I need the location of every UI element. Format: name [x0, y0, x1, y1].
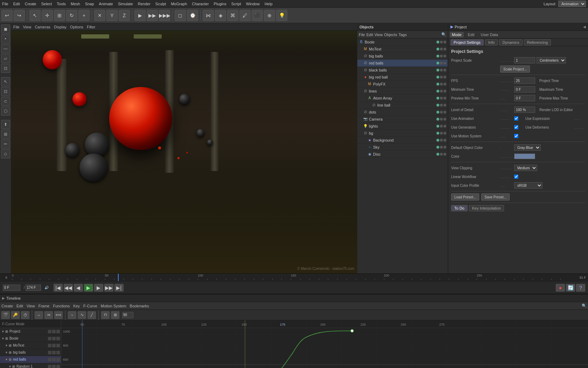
tl-scale-btn[interactable]: ⇔ — [44, 311, 53, 319]
step-fwd-btn[interactable]: ▶ — [94, 284, 103, 292]
menu-sculpt[interactable]: Sculpt — [155, 2, 166, 6]
obj-item-lights[interactable]: 💡lights — [357, 123, 448, 130]
tl-track-4[interactable]: ▼red balls — [0, 356, 61, 363]
record-btn[interactable]: ● — [556, 284, 565, 292]
tl-menu-create[interactable]: Create — [1, 304, 13, 308]
menu-help[interactable]: Help — [265, 2, 273, 6]
select-btn[interactable]: ↖ — [29, 10, 41, 21]
obj-dot-background-1[interactable] — [440, 139, 443, 142]
tl-track-lock-2[interactable] — [48, 344, 51, 347]
menu-tools[interactable]: Tools — [57, 2, 66, 6]
attr-useanim-checkbox[interactable] — [514, 116, 518, 121]
move-btn[interactable]: ✛ — [42, 10, 53, 21]
obj-dot-dots-2[interactable] — [443, 111, 446, 114]
obj-dot-bg-0[interactable] — [436, 132, 439, 135]
obj-dot-motext-1[interactable] — [440, 48, 443, 50]
tl-track-key-3[interactable] — [56, 351, 60, 354]
render-to-pic-btn[interactable]: ▶▶▶ — [159, 10, 170, 21]
bridge-btn[interactable]: ⊞ — [1, 130, 10, 139]
tl-track-key-2[interactable] — [56, 344, 60, 347]
mirror-btn[interactable]: Y — [106, 10, 118, 21]
obj-dot-sky-0[interactable] — [436, 146, 439, 149]
tl-track-key-4[interactable] — [56, 358, 60, 361]
attr-tab-mode[interactable]: Mode — [450, 32, 464, 38]
vp-menu-view[interactable]: File — [13, 25, 20, 29]
tl-track-lock-4[interactable] — [48, 358, 51, 361]
attr-unit-dropdown[interactable]: CentimetersMetersMillimeters — [537, 57, 566, 63]
tl-move-btn[interactable]: ↔ — [35, 311, 43, 319]
obj-dot-black_balls-2[interactable] — [443, 69, 446, 71]
layout-dropdown[interactable]: Animation Standard Modeling — [558, 1, 586, 7]
obj-dot-sky-2[interactable] — [443, 146, 446, 149]
menu-mograph[interactable]: MoGraph — [171, 2, 187, 6]
light-btn[interactable]: 💡 — [276, 10, 287, 21]
tl-menu-bookmarks[interactable]: Bookmarks — [130, 304, 149, 308]
create-btn[interactable]: + — [78, 10, 90, 21]
attr-tab-edit[interactable]: Edit — [466, 32, 477, 38]
obj-dot-line_ball-2[interactable] — [443, 104, 446, 107]
tl-menu-frame[interactable]: Frame — [38, 304, 50, 308]
attr-subtab-info[interactable]: Info — [485, 39, 498, 46]
obj-dot-big_red_ball-0[interactable] — [436, 76, 439, 79]
obj-item-motext[interactable]: MMoText — [357, 46, 448, 53]
attr-fps-input[interactable] — [514, 77, 535, 84]
obj-item-bg[interactable]: ∅bg — [357, 130, 448, 137]
menu-file[interactable]: File — [2, 2, 8, 6]
obj-dot-big_balls-0[interactable] — [436, 55, 439, 57]
tl-expand-0[interactable]: ▼ — [1, 330, 5, 333]
tl-interp-btn[interactable]: ~ — [68, 311, 76, 319]
tl-track-key-5[interactable] — [56, 365, 60, 368]
obj-item-camera[interactable]: 📷Camera — [357, 116, 448, 123]
attr-linearwf-checkbox[interactable] — [514, 175, 518, 179]
tl-value-input[interactable] — [122, 312, 133, 318]
obj-dot-polyfx-0[interactable] — [436, 83, 439, 86]
tl-expand-2[interactable]: ▼ — [5, 344, 8, 347]
selection-tool-btn[interactable]: ↖ — [1, 77, 10, 86]
obj-dot-camera-2[interactable] — [443, 118, 446, 121]
obj-item-disc[interactable]: ◉Disc — [357, 151, 448, 158]
obj-item-polyfx[interactable]: MPolyFX — [357, 81, 448, 88]
play-fwd-btn[interactable]: ▶▶ — [104, 284, 113, 292]
info-btn[interactable]: ? — [576, 284, 585, 292]
obj-item-red_balls[interactable]: ∅red balls — [357, 60, 448, 67]
point-mode-btn[interactable]: • — [1, 34, 10, 43]
workplane-btn[interactable]: ◈ — [215, 10, 226, 21]
snap-toggle-btn[interactable]: ⋈ — [203, 10, 214, 21]
attr-colorprofile-dropdown[interactable]: sRGBLinearAdobeRGB — [514, 182, 542, 189]
obj-item-big_red_ball[interactable]: ●big red ball — [357, 74, 448, 81]
obj-dot-disc-2[interactable] — [443, 153, 446, 156]
attr-defcolor-dropdown[interactable]: Gray-BlueRedGreen — [514, 144, 541, 151]
obj-dot-lights-1[interactable] — [440, 125, 443, 128]
obj-dot-disc-1[interactable] — [440, 153, 443, 156]
bevel-btn[interactable]: ◇ — [1, 149, 10, 158]
obj-axis-btn[interactable]: ◻ — [175, 10, 186, 21]
tl-track-1[interactable]: ▼Boole — [0, 335, 61, 342]
obj-menu-file[interactable]: File — [359, 33, 365, 37]
render-active-btn[interactable]: ▶▶ — [147, 10, 158, 21]
obj-dot-big_balls-2[interactable] — [443, 55, 446, 57]
poly-select-btn[interactable]: ⬡ — [1, 107, 10, 116]
vp-menu-options[interactable]: Display — [54, 25, 66, 29]
obj-dot-background-2[interactable] — [443, 139, 446, 142]
poly-mode-btn[interactable]: ▱ — [1, 54, 10, 63]
obj-item-big_balls[interactable]: ∅big balls — [357, 53, 448, 60]
viewport-scene[interactable]: © Marcin Czerwinski - station75.com — [11, 31, 357, 273]
edge-mode-btn[interactable]: — — [1, 44, 10, 53]
tl-track-lock-5[interactable] — [48, 365, 51, 368]
menu-create[interactable]: Create — [25, 2, 36, 6]
menu-render[interactable]: Render — [138, 2, 150, 6]
brush-btn[interactable]: 🖊 — [239, 10, 251, 21]
obj-item-lines[interactable]: ∅lines — [357, 88, 448, 95]
tl-menu-fcurve[interactable]: F-Curve — [83, 304, 97, 308]
obj-dot-polyfx-1[interactable] — [440, 83, 443, 86]
tl-search-icon[interactable]: 🔍 — [582, 304, 587, 308]
anim-path-btn[interactable]: ⌚ — [187, 10, 198, 21]
rect-select-btn[interactable]: ⊡ — [1, 87, 10, 96]
tl-track-eye-0[interactable] — [52, 330, 56, 333]
tl-menu-motion[interactable]: Motion System — [101, 304, 126, 308]
lasso-select-btn[interactable]: ⊂ — [1, 97, 10, 106]
view-3d-btn[interactable]: ⬛ — [252, 10, 263, 21]
step-back-btn[interactable]: ◀ — [74, 284, 83, 292]
tl-ease-btn[interactable]: ∿ — [78, 311, 86, 319]
attr-save-preset-btn[interactable]: Save Preset... — [481, 193, 510, 200]
